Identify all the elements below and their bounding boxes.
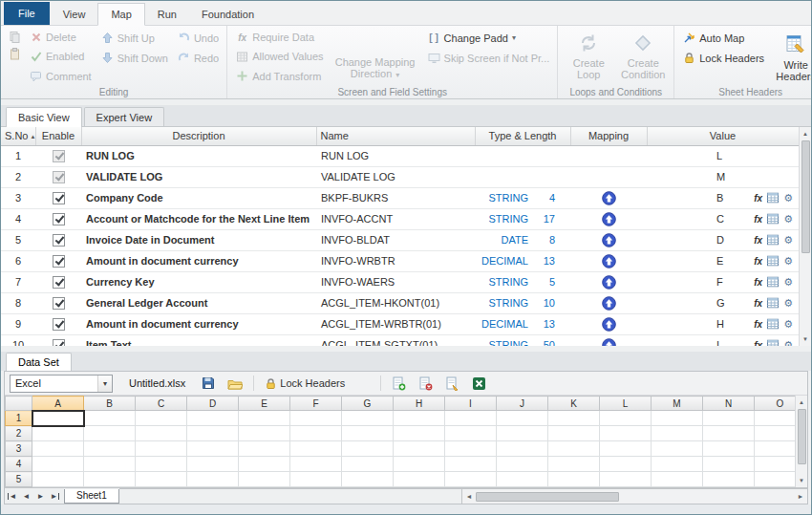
sheet-cell[interactable] [290,426,342,441]
sheet-cell[interactable] [600,472,652,487]
mapping-row[interactable]: 2VALIDATE LOGVALIDATE LOGM [1,166,799,187]
sheet-cell[interactable] [187,472,239,487]
sheet-cell[interactable] [497,457,548,472]
gear-icon[interactable]: ⚙ [783,340,793,347]
sheet-cell[interactable] [445,457,497,472]
column-header-name[interactable]: Name [321,130,349,141]
sheet-cell[interactable] [548,426,600,441]
sheet-cell[interactable] [394,411,445,426]
next-sheet-button[interactable]: ► [33,488,48,504]
sheet-cell[interactable] [239,426,290,441]
sheet-cell[interactable] [703,472,755,487]
sheet-cell[interactable] [652,472,703,487]
data-sheet-icon[interactable] [767,193,779,204]
mapped-upload-icon[interactable] [602,233,616,247]
column-header-enable[interactable]: Enable [42,130,75,141]
sheet-cell[interactable] [84,441,136,457]
sheet-column-header[interactable]: E [239,397,290,411]
sheet-cell[interactable] [290,457,342,472]
data-sheet-icon[interactable] [767,235,779,246]
enable-checkbox[interactable] [53,213,65,225]
sheet-cell[interactable] [84,457,136,472]
mapped-upload-icon[interactable] [602,212,616,226]
add-worksheet-button[interactable] [388,374,410,393]
column-header-mapping[interactable]: Mapping [588,130,629,141]
grid-scrollbar-thumb[interactable] [801,140,810,253]
tab-data-set[interactable]: Data Set [6,353,72,371]
sheet-column-header[interactable]: F [290,397,342,411]
mapped-upload-icon[interactable] [602,254,616,268]
sheet-column-header[interactable]: G [342,397,394,411]
auto-map-button[interactable]: Auto Map [679,29,767,47]
sheet-column-header[interactable]: D [187,397,239,411]
tab-foundation[interactable]: Foundation [189,4,267,25]
first-sheet-button[interactable]: ◄ [5,488,19,504]
enable-checkbox[interactable] [53,318,65,331]
add-transform-button[interactable]: Add Transform [232,68,326,85]
sheet-cell[interactable] [32,426,84,441]
sheet-column-header[interactable]: I [445,397,497,411]
sheet-column-header[interactable]: M [652,397,703,411]
sheet-cell[interactable] [652,411,703,426]
enable-checkbox[interactable] [53,192,65,204]
mapping-row[interactable]: 5Invoice Date in DocumentINVFO-BLDATDATE… [1,229,799,250]
scroll-right-icon[interactable]: ► [794,489,807,504]
grid-vertical-scrollbar[interactable]: ▲ ▼ [799,127,811,346]
sheet-cell[interactable] [32,472,84,487]
sheet-vertical-scrollbar[interactable]: ▲ ▼ [795,396,807,487]
sheet-cell[interactable] [342,426,394,441]
gear-icon[interactable]: ⚙ [783,298,793,309]
sheet-cell[interactable] [394,472,445,487]
fx-transform-icon[interactable]: fx [754,214,762,225]
mapped-upload-icon[interactable] [602,296,616,311]
data-sheet-icon[interactable] [767,277,779,288]
tab-run[interactable]: Run [145,4,189,25]
sheet-cell[interactable] [600,441,652,457]
tab-expert-view[interactable]: Expert View [84,107,165,126]
sheet-column-header[interactable]: L [600,397,652,411]
fx-transform-icon[interactable]: fx [754,235,762,246]
paste-icon[interactable] [6,46,23,61]
data-sheet-icon[interactable] [767,340,779,347]
enable-checkbox[interactable] [53,276,65,289]
enable-checkbox[interactable] [53,255,65,268]
chevron-down-icon[interactable]: ▾ [97,376,112,392]
sheet-cell[interactable] [290,411,342,426]
sheet-cell[interactable] [497,472,548,487]
data-source-select[interactable]: Excel▾ [10,375,113,393]
sheet-column-header[interactable]: N [703,397,755,411]
sheet-cell[interactable] [84,472,136,487]
sheet-cell[interactable] [600,411,652,426]
sheet-cell[interactable] [703,441,755,457]
undo-button[interactable]: Undo [174,29,222,47]
sheet-cell[interactable] [652,457,703,472]
mapping-row[interactable]: 1RUN LOGRUN LOGL [1,145,799,166]
sheet-cell[interactable] [445,441,497,457]
sheet-tab-sheet1[interactable]: Sheet1 [64,489,119,504]
sheet-cell[interactable] [84,411,136,426]
shift-up-button[interactable]: Shift Up [97,29,171,47]
gear-icon[interactable]: ⚙ [783,256,793,267]
sheet-cell[interactable] [548,411,600,426]
enable-checkbox[interactable] [53,234,65,247]
fx-transform-icon[interactable]: fx [754,298,762,309]
sheet-cell[interactable] [32,441,84,457]
enable-checkbox[interactable] [53,339,65,346]
sheet-cell[interactable] [703,411,755,426]
mapping-row[interactable]: 8General Ledger AccountACGL_ITEM-HKONT(0… [1,292,799,313]
column-header-value[interactable]: Value [710,130,736,141]
sheet-column-header[interactable]: C [136,397,187,411]
previous-sheet-button[interactable]: ◄ [19,488,33,504]
sheet-cell[interactable] [32,411,84,426]
sheet-cell[interactable] [84,426,136,441]
delete-button[interactable]: Delete [26,29,95,46]
sheet-cell[interactable] [445,472,497,487]
sheet-cell[interactable] [187,426,239,441]
fx-transform-icon[interactable]: fx [754,277,762,288]
column-header-sno[interactable]: S.No [5,130,28,141]
comment-button[interactable]: Comment [26,68,95,85]
data-sheet-icon[interactable] [767,298,779,309]
sheet-row-header[interactable]: 5 [6,472,32,487]
allowed-values-button[interactable]: Allowed Values [232,48,326,65]
sheet-column-header[interactable]: K [548,397,600,411]
